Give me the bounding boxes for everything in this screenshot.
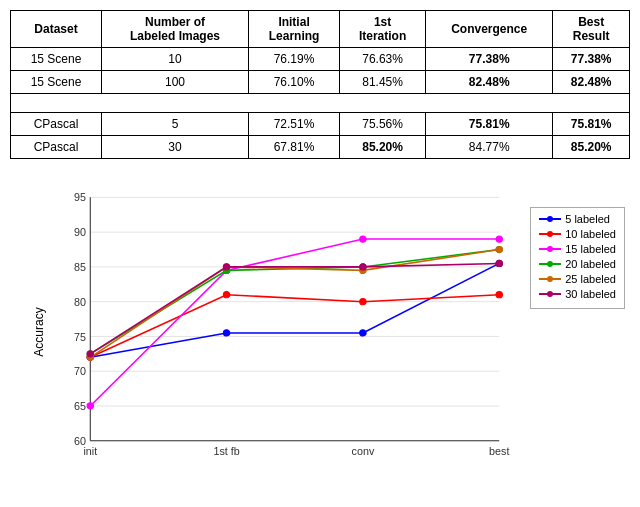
- svg-point-33: [496, 236, 502, 242]
- cell-best: 75.81%: [553, 113, 630, 136]
- svg-point-44: [360, 264, 366, 270]
- svg-point-42: [87, 351, 93, 357]
- svg-point-32: [360, 236, 366, 242]
- cell-labeled: 5: [101, 113, 248, 136]
- col-header-dataset: Dataset: [11, 11, 102, 48]
- legend-item: 25 labeled: [539, 273, 616, 285]
- svg-text:init: init: [83, 445, 97, 457]
- svg-text:65: 65: [74, 400, 86, 412]
- svg-point-43: [223, 264, 229, 270]
- chart-legend: 5 labeled 10 labeled 15 labeled 20 label…: [530, 207, 625, 309]
- legend-item: 15 labeled: [539, 243, 616, 255]
- svg-point-49: [547, 231, 553, 237]
- cell-dataset: 15 Scene: [11, 71, 102, 94]
- cell-initial: 67.81%: [249, 136, 340, 159]
- cell-labeled: 10: [101, 48, 248, 71]
- cell-best: 82.48%: [553, 71, 630, 94]
- svg-text:1st fb: 1st fb: [213, 445, 239, 457]
- cell-first-iter: 76.63%: [340, 48, 426, 71]
- cell-convergence: 75.81%: [426, 113, 553, 136]
- legend-label: 30 labeled: [565, 288, 616, 300]
- cell-initial: 76.19%: [249, 48, 340, 71]
- svg-text:90: 90: [74, 226, 86, 238]
- svg-point-28: [360, 299, 366, 305]
- svg-point-47: [547, 216, 553, 222]
- legend-label: 20 labeled: [565, 258, 616, 270]
- chart-area: Accuracy 6065707580859095init1st fbconvb…: [58, 187, 510, 477]
- results-table: Dataset Number ofLabeled Images InitialL…: [10, 10, 630, 159]
- legend-label: 10 labeled: [565, 228, 616, 240]
- col-header-first-iter: 1stIteration: [340, 11, 426, 48]
- svg-text:best: best: [489, 445, 509, 457]
- svg-text:85: 85: [74, 261, 86, 273]
- legend-label: 5 labeled: [565, 213, 610, 225]
- cell-best: 77.38%: [553, 48, 630, 71]
- svg-text:75: 75: [74, 331, 86, 343]
- cell-convergence: 84.77%: [426, 136, 553, 159]
- svg-point-23: [223, 330, 229, 336]
- svg-text:80: 80: [74, 296, 86, 308]
- svg-point-41: [496, 246, 502, 252]
- col-header-convergence: Convergence: [426, 11, 553, 48]
- legend-item: 20 labeled: [539, 258, 616, 270]
- svg-point-45: [496, 260, 502, 266]
- legend-label: 25 labeled: [565, 273, 616, 285]
- col-header-labeled: Number ofLabeled Images: [101, 11, 248, 48]
- col-header-initial: InitialLearning: [249, 11, 340, 48]
- cell-initial: 72.51%: [249, 113, 340, 136]
- svg-text:70: 70: [74, 366, 86, 378]
- svg-point-29: [496, 292, 502, 298]
- cell-labeled: 30: [101, 136, 248, 159]
- cell-convergence: 82.48%: [426, 71, 553, 94]
- svg-text:95: 95: [74, 192, 86, 204]
- y-axis-label: Accuracy: [32, 307, 46, 356]
- svg-point-53: [547, 261, 553, 267]
- cell-best: 85.20%: [553, 136, 630, 159]
- svg-point-24: [360, 330, 366, 336]
- cell-first-iter: 85.20%: [340, 136, 426, 159]
- svg-point-51: [547, 246, 553, 252]
- cell-labeled: 100: [101, 71, 248, 94]
- svg-point-30: [87, 403, 93, 409]
- legend-item: 5 labeled: [539, 213, 616, 225]
- cell-convergence: 77.38%: [426, 48, 553, 71]
- legend-item: 30 labeled: [539, 288, 616, 300]
- cell-initial: 76.10%: [249, 71, 340, 94]
- legend-label: 15 labeled: [565, 243, 616, 255]
- svg-text:conv: conv: [352, 445, 375, 457]
- accuracy-chart: Accuracy 6065707580859095init1st fbconvb…: [10, 177, 630, 477]
- col-header-best: BestResult: [553, 11, 630, 48]
- svg-point-27: [223, 292, 229, 298]
- cell-dataset: CPascal: [11, 136, 102, 159]
- svg-point-55: [547, 276, 553, 282]
- cell-dataset: CPascal: [11, 113, 102, 136]
- chart-svg: 6065707580859095init1st fbconvbest: [58, 187, 510, 477]
- cell-dataset: 15 Scene: [11, 48, 102, 71]
- cell-first-iter: 75.56%: [340, 113, 426, 136]
- legend-item: 10 labeled: [539, 228, 616, 240]
- svg-point-57: [547, 291, 553, 297]
- cell-first-iter: 81.45%: [340, 71, 426, 94]
